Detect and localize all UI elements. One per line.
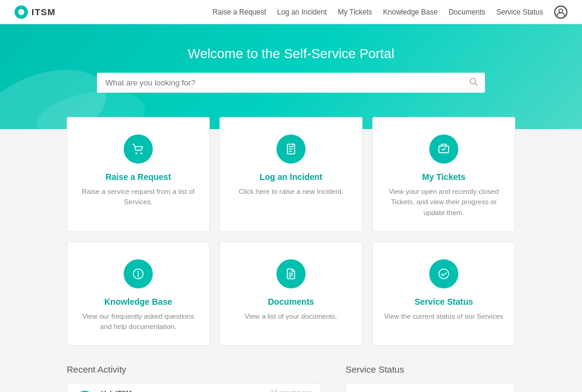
my-tickets-desc: View your open and recently closed Ticke… bbox=[383, 187, 505, 218]
activity-content-0: HaloITSM 24 minutes ago #2148 - New Tick… bbox=[101, 390, 312, 392]
knowledge-base-icon bbox=[124, 259, 153, 288]
logo: ITSM bbox=[15, 5, 56, 19]
card-log-incident[interactable]: Log an Incident Click here to raise a ne… bbox=[219, 117, 363, 232]
user-avatar[interactable] bbox=[554, 5, 567, 19]
log-incident-title: Log an Incident bbox=[230, 172, 352, 182]
my-tickets-icon bbox=[429, 135, 458, 164]
svg-point-8 bbox=[439, 269, 449, 279]
card-documents[interactable]: Documents View a list of your documents. bbox=[219, 242, 363, 347]
svg-point-7 bbox=[138, 271, 139, 272]
documents-desc: View a list of your documents. bbox=[230, 311, 352, 322]
navbar: ITSM Raise a Request Log an Incident My … bbox=[0, 0, 582, 24]
activity-item-0: HaloITSM 24 minutes ago #2148 - New Tick… bbox=[67, 383, 321, 392]
cards-row-2: Knowledge Base View our frequently asked… bbox=[67, 242, 515, 347]
nav-log-incident[interactable]: Log an Incident bbox=[277, 8, 327, 16]
my-tickets-title: My Tickets bbox=[383, 172, 505, 182]
cards-section: Raise a Request Raise a service request … bbox=[55, 117, 527, 346]
documents-title: Documents bbox=[230, 297, 352, 307]
cards-row-1: Raise a Request Raise a service request … bbox=[67, 117, 515, 232]
log-incident-desc: Click here to raise a new Incident. bbox=[230, 187, 352, 197]
search-button[interactable] bbox=[462, 73, 485, 93]
card-my-tickets[interactable]: My Tickets View your open and recently c… bbox=[372, 117, 515, 232]
svg-point-0 bbox=[559, 9, 563, 13]
knowledge-base-title: Knowledge Base bbox=[77, 297, 199, 307]
hero-section: Welcome to the Self-Service Portal bbox=[0, 24, 582, 129]
logo-icon bbox=[15, 5, 28, 19]
hero-title: Welcome to the Self-Service Portal bbox=[15, 46, 567, 62]
logo-text: ITSM bbox=[32, 7, 56, 17]
card-raise-request[interactable]: Raise a Request Raise a service request … bbox=[67, 117, 210, 232]
bottom-section: Recent Activity HaloITSM 24 minutes ago … bbox=[55, 358, 527, 392]
logo-inner-circle bbox=[18, 9, 24, 15]
navbar-links: Raise a Request Log an Incident My Ticke… bbox=[212, 5, 567, 19]
svg-line-2 bbox=[475, 84, 478, 86]
service-status-item-0: SAP bbox=[346, 383, 515, 392]
raise-request-title: Raise a Request bbox=[77, 172, 199, 182]
card-knowledge-base[interactable]: Knowledge Base View our frequently asked… bbox=[67, 242, 210, 347]
service-status-title: Service Status bbox=[383, 297, 505, 307]
service-status-section-title: Service Status bbox=[346, 364, 515, 374]
card-service-status[interactable]: Service Status View the current status o… bbox=[372, 242, 515, 347]
service-status-icon bbox=[429, 259, 458, 288]
log-incident-icon bbox=[276, 135, 306, 164]
activity-header-0: HaloITSM 24 minutes ago bbox=[101, 390, 312, 392]
raise-request-icon bbox=[124, 135, 153, 164]
nav-documents[interactable]: Documents bbox=[449, 8, 486, 16]
raise-request-desc: Raise a service request from a list of S… bbox=[77, 187, 199, 208]
svg-point-3 bbox=[136, 153, 138, 154]
svg-point-4 bbox=[141, 153, 142, 154]
recent-activity-title: Recent Activity bbox=[67, 364, 321, 374]
nav-knowledge-base[interactable]: Knowledge Base bbox=[383, 8, 438, 16]
service-status-panel: Service Status SAP bbox=[346, 364, 515, 392]
nav-service-status[interactable]: Service Status bbox=[497, 8, 543, 16]
service-status-desc: View the current status of our Services bbox=[383, 311, 505, 322]
search-input[interactable] bbox=[97, 73, 462, 93]
activity-time-0: 24 minutes ago bbox=[271, 390, 312, 392]
knowledge-base-desc: View our frequently asked questions and … bbox=[77, 311, 199, 333]
search-bar bbox=[97, 73, 485, 93]
documents-icon bbox=[276, 259, 306, 288]
activity-source-0: HaloITSM bbox=[101, 390, 132, 392]
recent-activity-panel: Recent Activity HaloITSM 24 minutes ago … bbox=[67, 364, 321, 392]
nav-raise-request[interactable]: Raise a Request bbox=[212, 8, 266, 16]
nav-my-tickets[interactable]: My Tickets bbox=[338, 8, 372, 16]
